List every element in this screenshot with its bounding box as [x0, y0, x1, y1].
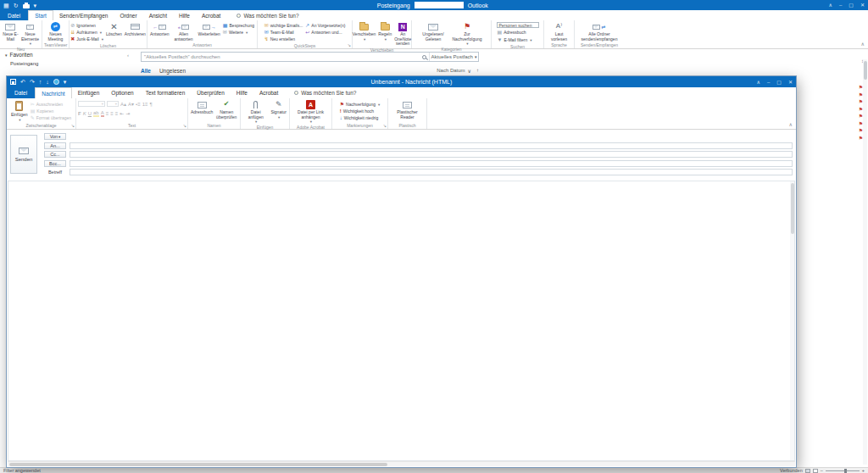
find-people-input[interactable]: Personen suchen [497, 22, 539, 28]
reply-all-button[interactable]: « Allen antworten [171, 21, 197, 42]
unread-read-button[interactable]: Ungelesen/ Gelesen [418, 21, 448, 46]
numbering-button[interactable]: 1≡ [142, 102, 148, 107]
cc-input[interactable] [70, 151, 793, 158]
rules-button[interactable]: Regeln [377, 21, 392, 47]
quickstep-create-new[interactable]: ↯Neu erstellen [264, 36, 304, 42]
tab-nachricht[interactable]: Nachricht [35, 87, 71, 99]
save-icon[interactable] [10, 79, 16, 85]
quickstep-team-email[interactable]: ✉Team-E-Mail [264, 29, 304, 36]
underline-button[interactable]: U [88, 111, 92, 116]
tab-hilfe[interactable]: Hilfe [173, 10, 196, 20]
collapse-ribbon-icon[interactable]: ∧ [789, 122, 793, 127]
body-vertical-scrollbar-thumb[interactable] [791, 183, 794, 234]
align-left-button[interactable]: ≡ [106, 111, 109, 116]
tell-me-box[interactable]: Was möchten Sie tun? [236, 10, 298, 20]
tab-acrobat[interactable]: Acrobat [253, 87, 284, 98]
cc-button[interactable]: Cc... [44, 151, 66, 158]
forward-button[interactable]: → Weiterleiten [198, 21, 221, 42]
copy-button[interactable]: ▤Kopieren [30, 108, 72, 114]
filter-all-tab[interactable]: Alle [141, 68, 151, 74]
tab-datei[interactable]: Datei [0, 10, 28, 20]
flag-icon[interactable]: ⚑ [859, 99, 863, 104]
body-horizontal-scrollbar-thumb[interactable] [9, 463, 387, 466]
tab-ueberpruefen[interactable]: Überprüfen [191, 87, 231, 98]
bold-button[interactable]: F [78, 111, 81, 116]
tab-ordner[interactable]: Ordner [114, 10, 142, 20]
maximize-button[interactable]: ▢ [849, 3, 854, 8]
bullets-button[interactable]: •≡ [136, 102, 141, 107]
reply-button[interactable]: ← Antworten [149, 21, 170, 42]
tab-senden-empfangen[interactable]: Senden/Empfangen [53, 10, 114, 20]
tab-datei[interactable]: Datei [7, 87, 35, 98]
grow-font-button[interactable]: A▴ [120, 102, 126, 107]
print-icon[interactable] [23, 4, 30, 8]
main-scrollbar-thumb[interactable] [864, 61, 867, 80]
quickstep-to-manager[interactable]: ↗An Vorgesetzte(n) [304, 22, 346, 29]
zoom-in-button[interactable]: + [862, 468, 865, 473]
to-input[interactable] [70, 142, 793, 149]
flag-icon[interactable]: ⚑ [859, 114, 863, 119]
tab-text-formatieren[interactable]: Text formatieren [140, 87, 192, 98]
archive-button[interactable]: Archivieren [124, 21, 147, 42]
zoom-out-button[interactable]: – [821, 468, 823, 473]
flag-icon[interactable]: ⚑ [859, 128, 863, 133]
minimize-folder-pane-icon[interactable]: ‹ [127, 53, 129, 58]
attach-via-link-button[interactable]: A Datei per Link anhängen [293, 99, 329, 124]
meeting-button[interactable]: ▦Besprechung [222, 22, 255, 29]
follow-up-button[interactable]: ⚑ Zur Nachverfolgung [449, 21, 485, 46]
new-meeting-button[interactable]: ⇄ Neues Meeting [44, 21, 67, 42]
address-book-button[interactable]: ▤Adressbuch [497, 29, 539, 36]
immersive-reader-button[interactable]: Plastischer Reader [394, 99, 421, 122]
clipboard-dialog-launcher[interactable]: ↘ [71, 124, 75, 128]
address-book-button[interactable]: Adressbuch [190, 99, 214, 122]
font-size-select[interactable]: ▾ [107, 101, 119, 107]
format-painter-button[interactable]: ✎Format übertragen [30, 114, 72, 121]
font-color-button[interactable]: A [101, 110, 104, 117]
body-vertical-scrollbar[interactable] [790, 181, 794, 460]
junk-button[interactable]: ✖Junk-E-Mail [70, 36, 104, 42]
send-receive-all-button[interactable]: ⇄ Alle Ordner senden/empfangen [580, 21, 619, 42]
tab-optionen[interactable]: Optionen [105, 87, 139, 98]
align-right-button[interactable]: ≡ [115, 111, 119, 116]
tab-acrobat[interactable]: Acrobat [196, 10, 226, 20]
follow-up-button[interactable]: ⚑Nachverfolgung [339, 101, 381, 108]
close-button[interactable]: ✕ [860, 3, 865, 8]
view-reading-button[interactable] [813, 469, 818, 473]
maximize-button[interactable]: ▢ [776, 80, 782, 85]
close-button[interactable]: ✕ [788, 80, 793, 85]
read-aloud-button[interactable]: A⁾ Laut vorlesen [546, 21, 572, 42]
more-button[interactable]: ✉Weitere [222, 29, 255, 36]
view-normal-button[interactable] [805, 469, 810, 473]
onenote-button[interactable]: N An OneNote senden [393, 21, 412, 47]
filter-unread-tab[interactable]: Ungelesen [159, 68, 186, 74]
qat-customize-icon[interactable]: ▾ [64, 79, 67, 85]
check-names-button[interactable]: ✔ Namen überprüfen [214, 99, 238, 122]
favorites-header[interactable]: ▾ Favoriten ‹ [0, 49, 134, 59]
ribbon-display-options-icon[interactable]: ∧ [829, 3, 832, 8]
minimize-button[interactable]: – [767, 80, 770, 85]
move-button[interactable]: Verschieben [352, 21, 377, 47]
align-center-button[interactable]: ≡ [110, 111, 114, 116]
attach-file-button[interactable]: Datei anfügen [242, 99, 269, 124]
low-importance-button[interactable]: ↓Wichtigkeit niedrig [339, 114, 381, 121]
increase-indent-button[interactable]: ⇥ [125, 111, 130, 116]
flag-icon[interactable]: ⚑ [859, 136, 863, 141]
new-email-button[interactable]: Neue E-Mail [2, 21, 19, 46]
outlook-menu-icon[interactable]: ▦ [3, 3, 9, 8]
redo-icon[interactable]: ↷ [30, 79, 35, 85]
search-input[interactable]: "Aktuelles Postfach" durchsuchen [142, 53, 429, 61]
ribbon-display-options-icon[interactable]: ∧ [757, 80, 760, 85]
minimize-button[interactable]: – [839, 3, 842, 8]
tab-ansicht[interactable]: Ansicht [143, 10, 173, 20]
quicksteps-dialog-launcher[interactable]: ↘ [348, 43, 351, 47]
flag-icon[interactable]: ⚑ [859, 107, 863, 112]
paragraph-button[interactable]: ¶ [149, 102, 152, 107]
flag-icon[interactable]: ⚑ [859, 92, 863, 97]
flag-icon[interactable]: ⚑ [859, 85, 863, 90]
to-button[interactable]: An... [44, 142, 66, 149]
quickstep-reply-delete[interactable]: ↩Antworten und... [304, 29, 346, 36]
delete-button[interactable]: ✕ Löschen [105, 21, 123, 42]
send-receive-icon[interactable]: ↻ [14, 3, 19, 8]
sort-by-dropdown[interactable]: Nach Datum ∨ ↑ [437, 68, 479, 74]
tab-hilfe[interactable]: Hilfe [231, 87, 253, 98]
